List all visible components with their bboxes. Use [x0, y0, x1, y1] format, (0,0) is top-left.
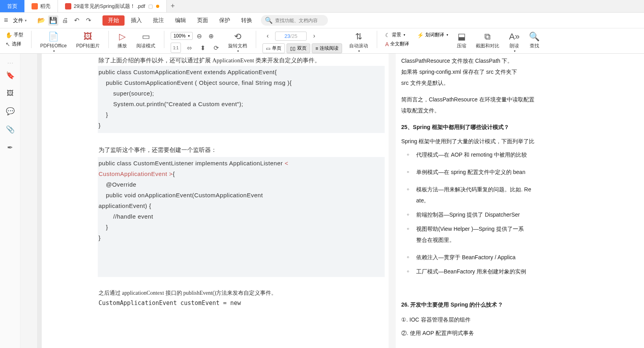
drag-handle-icon[interactable]: ⋯ — [4, 59, 16, 62]
moon-icon: ☾ — [385, 32, 390, 38]
word-translate[interactable]: ⚡划词翻译▾ — [415, 31, 450, 39]
double-page-icon: ▯▯ — [290, 46, 296, 51]
single-page[interactable]: ▭单页 — [262, 43, 285, 53]
doc-convert-icon: 📄 — [48, 32, 59, 42]
attachment-icon[interactable]: 📎 — [6, 125, 15, 134]
dict-icon: A — [385, 41, 389, 47]
doc-text: Spring 框架中使用到了大量的设计模式，下面列举了比 — [401, 136, 644, 147]
new-tab-button[interactable]: + — [167, 2, 179, 10]
menu-page[interactable]: 页面 — [192, 15, 213, 26]
menu-annotate[interactable]: 批注 — [148, 15, 169, 26]
find-btn[interactable]: 🔍查找 — [527, 31, 542, 50]
pdf-to-office[interactable]: 📄PDF转Office — [38, 31, 69, 54]
fit-page-icon[interactable]: ⬍ — [197, 43, 208, 53]
fit-actual-icon[interactable]: 1:1 — [171, 43, 181, 53]
screenshot-icon: ⧉ — [484, 32, 491, 42]
fit-window-icon[interactable]: ⟳ — [211, 43, 221, 53]
doc-text: CustomApplicationEvent customEvent = new — [98, 298, 385, 309]
ribbon: ✋手型 ↖选择 📄PDF转Office 🖼PDF转图片 ▷播放 ▭阅读模式 10… — [0, 28, 644, 54]
list-item: 工厂模式—BeanFactory 用来创建对象的实例 — [416, 266, 644, 277]
zoom-in-icon[interactable]: ⊕ — [206, 31, 216, 41]
hand-icon: ✋ — [6, 32, 12, 38]
zoom-select[interactable]: 100%▾ — [171, 32, 193, 40]
play-button[interactable]: ▷播放 — [115, 31, 129, 50]
doc-text: ①. IOC 容器管理各层的组件 — [401, 314, 644, 325]
screenshot-btn[interactable]: ⧉截图和对比 — [473, 31, 502, 50]
auto-scroll[interactable]: ⇅自动滚动 — [347, 31, 370, 54]
compress-icon: ⬓ — [458, 32, 466, 42]
hamburger-icon[interactable]: ≡ — [4, 16, 8, 24]
compress-btn[interactable]: ⬓压缩 — [454, 31, 469, 50]
magnifier-icon: 🔍 — [529, 32, 540, 42]
book-icon: ▭ — [142, 32, 150, 42]
print-icon[interactable]: 🖨 — [60, 15, 70, 26]
tab-home[interactable]: 首页 — [0, 0, 24, 12]
open-icon[interactable]: 📂 — [36, 15, 47, 26]
toolbar: ≡ 文件 📂 💾 🖨 ↶ ↷ 开始 插入 批注 编辑 页面 保护 转换 🔍 — [0, 13, 644, 28]
continuous-read[interactable]: ≡连续阅读 — [312, 43, 342, 53]
search-input[interactable] — [275, 18, 334, 23]
code-block-2: public class CustomEventListener impleme… — [98, 157, 385, 277]
doc-text: ②. 使用 AOP 配置声明式事务 — [401, 327, 644, 339]
double-page[interactable]: ▯▯双页 — [287, 43, 310, 53]
tab-shell-label: 稻壳 — [40, 3, 50, 10]
read-aloud[interactable]: A»朗读 — [506, 31, 522, 54]
document-viewport[interactable]: 除了上面介绍的事件以外，还可以通过扩展 ApplicationEvent 类来开… — [20, 54, 644, 348]
rotate-icon: ⟲ — [234, 32, 241, 42]
cursor-icon: ↖ — [6, 41, 10, 47]
single-page-icon: ▭ — [266, 46, 270, 51]
redo-icon[interactable]: ↷ — [84, 15, 94, 26]
content-area: ⋯ 🔖 🖼 💬 📎 ✒ 除了上面介绍的事件以外，还可以通过扩展 Applicat… — [0, 54, 644, 348]
fit-width-icon[interactable]: ⬄ — [184, 43, 194, 53]
tab-document[interactable]: 29道常见的Spring面试题！ .pdf ▢ — [58, 0, 167, 12]
heading-q26: 26. 开发中主要使用 Spring 的什么技术 ? — [401, 299, 644, 310]
thumbnail-icon[interactable]: 🖼 — [7, 89, 14, 97]
list-item: 代理模式—在 AOP 和 remoting 中被用的比较 — [416, 149, 644, 160]
background-btn[interactable]: ☾背景▾ — [383, 31, 411, 39]
hand-tool[interactable]: ✋手型 — [4, 31, 25, 39]
next-page-icon[interactable]: › — [309, 31, 319, 41]
menu-insert[interactable]: 插入 — [126, 15, 147, 26]
list-item: 依赖注入—贯穿于 BeanFactory / Applica — [416, 252, 644, 263]
continuous-icon: ≡ — [315, 46, 318, 51]
page-input[interactable]: 23/25 — [275, 32, 307, 41]
zoom-out-icon[interactable]: ⊖ — [194, 31, 205, 41]
file-menu[interactable]: 文件 — [10, 15, 30, 26]
save-icon[interactable]: 💾 — [48, 15, 58, 26]
undo-icon[interactable]: ↶ — [72, 15, 82, 26]
tab-bar: 首页 稻壳 29道常见的Spring面试题！ .pdf ▢ + — [0, 0, 644, 13]
select-tool[interactable]: ↖选择 — [4, 40, 25, 48]
doc-text: 简而言之，ClassPathResource 在环境变量中读取配置 — [401, 94, 644, 105]
shell-icon — [32, 3, 38, 9]
tab-shell[interactable]: 稻壳 — [24, 0, 58, 12]
menu-convert[interactable]: 转换 — [236, 15, 257, 26]
list-item: 单例模式—在 spring 配置文件中定义的 bean — [416, 167, 644, 178]
comment-icon[interactable]: 💬 — [6, 107, 15, 116]
signature-icon[interactable]: ✒ — [7, 143, 13, 152]
search-box[interactable]: 🔍 — [261, 15, 328, 26]
play-icon: ▷ — [119, 32, 126, 42]
autoscroll-icon: ⇅ — [355, 32, 362, 42]
pdf-to-image[interactable]: 🖼PDF转图片 — [74, 31, 102, 50]
prev-page-icon[interactable]: ‹ — [262, 31, 273, 41]
doc-text: src 文件夹是默认。 — [401, 77, 644, 88]
page-right: ClassPathResource 文件放在 ClassPath 下。 如果将 … — [396, 54, 644, 348]
menu-start[interactable]: 开始 — [102, 15, 125, 26]
tab-modified-indicator: ▢ — [148, 3, 153, 9]
read-mode[interactable]: ▭阅读模式 — [134, 31, 158, 50]
pdf-icon — [65, 3, 71, 9]
list-item: 前端控制器—Spring 提供了 DispatcherSer — [416, 209, 644, 220]
list-item: 视图帮助(View Helper )—Spring 提供了一系整合在视图里。 — [416, 223, 644, 245]
search-icon: 🔍 — [265, 17, 273, 24]
doc-text: ClassPathResource 文件放在 ClassPath 下。 — [401, 55, 644, 66]
bookmark-icon[interactable]: 🔖 — [6, 71, 15, 80]
menu-edit[interactable]: 编辑 — [170, 15, 191, 26]
tab-unsaved-dot — [156, 5, 159, 8]
rotate-doc[interactable]: ⟲旋转文档 — [226, 31, 249, 54]
code-block-1: public class CustomApplicationEvent exte… — [98, 66, 385, 133]
doc-text: 之后通过 applicationContext 接口的 publishEvent… — [98, 288, 385, 298]
doc-text: 为了监听这个事件，还需要创建一个监听器： — [98, 145, 385, 155]
dict-translate[interactable]: A全文翻译 — [383, 40, 411, 48]
tab-document-label: 29道常见的Spring面试题！ .pdf — [74, 3, 145, 10]
menu-protect[interactable]: 保护 — [214, 15, 235, 26]
